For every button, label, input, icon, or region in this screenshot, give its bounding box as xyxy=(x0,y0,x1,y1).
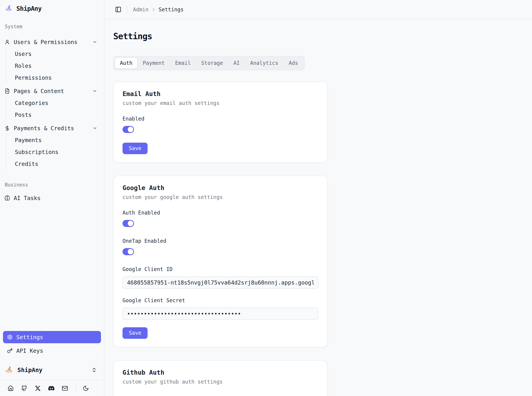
toggle-google-auth-enabled[interactable] xyxy=(122,220,134,227)
user-icon xyxy=(5,39,10,45)
sidebar-item-settings[interactable]: Settings xyxy=(3,331,101,343)
card-google-auth: Google Auth custom your google auth sett… xyxy=(113,176,328,347)
card-subtitle: custom your github auth settings xyxy=(122,379,318,385)
card-github-auth: Github Auth custom your github auth sett… xyxy=(113,360,328,396)
save-button[interactable]: Save xyxy=(122,143,148,154)
gear-icon xyxy=(7,334,13,340)
sidebar-item-payments[interactable]: Payments xyxy=(6,134,104,146)
sidebar-item-label: Permissions xyxy=(15,75,52,81)
sidebar-item-categories[interactable]: Categories xyxy=(6,97,104,109)
toggle-thumb xyxy=(128,221,133,226)
card-subtitle: custom your google auth settings xyxy=(122,194,318,200)
chevron-down-icon xyxy=(92,89,97,93)
sidebar-group-payments-credits[interactable]: Payments & Credits xyxy=(0,122,104,134)
tab-email[interactable]: Email xyxy=(170,58,195,68)
sidebar-item-label: Users xyxy=(15,51,32,57)
sidebar: ShipAny System Users & Permissions Users… xyxy=(0,0,104,396)
workspace-switcher[interactable]: ShipAny xyxy=(5,366,97,374)
sidebar-item-users[interactable]: Users xyxy=(6,48,104,60)
sidebar-nav: Users & Permissions Users Roles Permissi… xyxy=(0,35,104,170)
discord-link[interactable] xyxy=(48,385,54,391)
theme-toggle[interactable] xyxy=(83,385,89,391)
sidebar-item-credits[interactable]: Credits xyxy=(6,158,104,170)
dollar-icon xyxy=(5,125,10,131)
sidebar-section-system: System xyxy=(0,24,104,29)
sidebar-item-label: Settings xyxy=(16,334,43,340)
tab-storage[interactable]: Storage xyxy=(196,58,228,68)
sidebar-item-label: Posts xyxy=(15,112,32,118)
sidebar-item-roles[interactable]: Roles xyxy=(6,60,104,72)
chevron-down-icon xyxy=(92,40,97,44)
tab-auth[interactable]: Auth xyxy=(115,58,137,68)
mail-icon xyxy=(62,385,68,391)
tab-analytics[interactable]: Analytics xyxy=(245,58,283,68)
panel-left-icon xyxy=(115,6,121,13)
topbar-divider xyxy=(127,6,127,13)
settings-page: Settings Auth Payment Email Storage AI A… xyxy=(104,19,532,396)
toggle-thumb xyxy=(128,127,133,132)
sidebar-section-business: Business xyxy=(0,182,104,188)
sidebar-item-label: AI Tasks xyxy=(14,195,41,201)
field-label-google-client-id: Google Client ID xyxy=(122,266,318,272)
google-client-secret-input[interactable] xyxy=(122,308,318,320)
field-label-onetap-enabled: OneTap Enabled xyxy=(122,238,318,244)
sidebar-item-api-keys[interactable]: API Keys xyxy=(3,345,101,357)
sidebar-item-label: Subscriptions xyxy=(15,149,58,155)
settings-tabs: Auth Payment Email Storage AI Analytics … xyxy=(113,56,305,70)
sidebar-group-label: Payments & Credits xyxy=(14,125,74,132)
home-icon xyxy=(8,385,14,391)
card-title: Google Auth xyxy=(122,184,318,191)
sidebar-item-label: Payments xyxy=(15,137,42,143)
sidebar-sublist: Payments Subscriptions Credits xyxy=(6,134,104,170)
github-icon xyxy=(21,385,27,391)
workspace-name: ShipAny xyxy=(17,367,42,373)
sidebar-sublist: Categories Posts xyxy=(6,97,104,121)
breadcrumb-settings: Settings xyxy=(159,6,183,13)
x-twitter-link[interactable] xyxy=(34,385,41,391)
sidebar-group-users-permissions[interactable]: Users & Permissions xyxy=(0,36,104,48)
sidebar-item-permissions[interactable]: Permissions xyxy=(6,72,104,84)
topbar: Admin Settings xyxy=(104,0,532,19)
brain-icon xyxy=(5,195,10,201)
sidebar-toggle-button[interactable] xyxy=(115,6,121,13)
chevron-down-icon xyxy=(92,126,97,131)
tab-ai[interactable]: AI xyxy=(229,58,245,68)
main-area: Admin Settings Settings Auth Payment Ema… xyxy=(104,0,532,396)
sailboat-logo-icon xyxy=(5,5,13,13)
field-label-auth-enabled: Auth Enabled xyxy=(122,210,318,216)
chevron-right-icon xyxy=(151,7,156,12)
app-root: ShipAny System Users & Permissions Users… xyxy=(0,0,532,396)
sidebar-group-label: Pages & Content xyxy=(14,88,64,94)
card-title: Github Auth xyxy=(122,369,318,376)
sidebar-item-subscriptions[interactable]: Subscriptions xyxy=(6,146,104,158)
mail-link[interactable] xyxy=(62,385,68,391)
footer-divider xyxy=(75,384,76,392)
tab-ads[interactable]: Ads xyxy=(284,58,303,68)
sidebar-item-label: Credits xyxy=(15,161,38,167)
sidebar-spacer xyxy=(0,204,104,331)
tab-payment[interactable]: Payment xyxy=(138,58,170,68)
app-name: ShipAny xyxy=(16,5,42,12)
sidebar-group-pages-content[interactable]: Pages & Content xyxy=(0,85,104,97)
save-button[interactable]: Save xyxy=(122,327,148,339)
moon-icon xyxy=(83,385,89,391)
breadcrumb-admin[interactable]: Admin xyxy=(133,6,149,13)
sidebar-sublist: Users Roles Permissions xyxy=(6,48,104,84)
sidebar-group-label: Users & Permissions xyxy=(14,39,77,45)
card-subtitle: custom your email auth settings xyxy=(122,100,318,106)
home-link[interactable] xyxy=(7,385,14,391)
sidebar-item-ai-tasks[interactable]: AI Tasks xyxy=(0,192,104,204)
key-icon xyxy=(7,348,13,354)
sidebar-item-label: Categories xyxy=(15,100,48,106)
breadcrumb: Admin Settings xyxy=(133,6,183,13)
field-label-enabled: Enabled xyxy=(122,116,318,122)
sidebar-item-posts[interactable]: Posts xyxy=(6,109,104,121)
toggle-email-enabled[interactable] xyxy=(122,126,134,133)
github-link[interactable] xyxy=(21,385,27,391)
field-label-google-client-secret: Google Client Secret xyxy=(122,297,318,303)
toggle-thumb xyxy=(128,249,133,255)
toggle-google-onetap-enabled[interactable] xyxy=(122,248,134,255)
card-email-auth: Email Auth custom your email auth settin… xyxy=(113,82,328,163)
app-logo[interactable]: ShipAny xyxy=(0,0,104,13)
google-client-id-input[interactable] xyxy=(122,276,318,289)
